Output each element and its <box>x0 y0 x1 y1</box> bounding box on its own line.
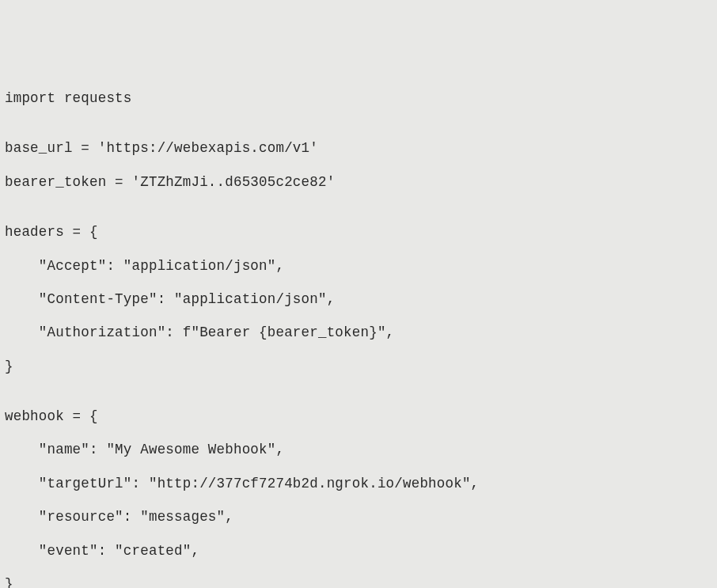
code-line: webhook = { <box>5 408 712 425</box>
code-line: "event": "created", <box>5 543 712 560</box>
code-line: "resource": "messages", <box>5 509 712 525</box>
code-line: "targetUrl": "http://377cf7274b2d.ngrok.… <box>5 476 712 492</box>
code-line: } <box>5 576 712 588</box>
code-line: bearer_token = 'ZTZhZmJi..d65305c2ce82' <box>5 174 712 191</box>
code-line: "Content-Type": "application/json", <box>5 291 712 308</box>
code-line: "Authorization": f"Bearer {bearer_token}… <box>5 324 712 341</box>
code-line: headers = { <box>5 224 712 241</box>
code-line: "Accept": "application/json", <box>5 258 712 275</box>
code-line: import requests <box>5 90 712 107</box>
code-line: } <box>5 358 712 375</box>
code-line: base_url = 'https://webexapis.com/v1' <box>5 140 712 157</box>
code-line: "name": "My Awesome Webhook", <box>5 442 712 458</box>
code-block: import requests base_url = 'https://webe… <box>5 74 712 588</box>
